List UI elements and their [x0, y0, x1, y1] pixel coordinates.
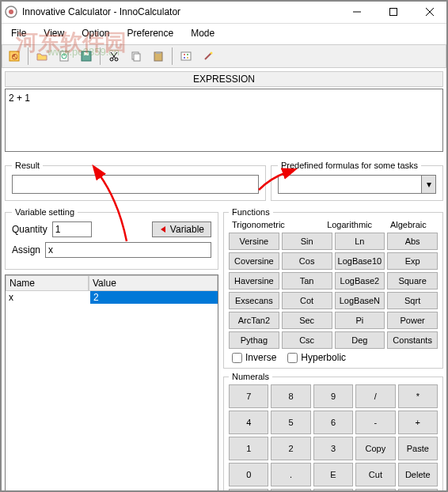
- num-delete[interactable]: Delete: [398, 463, 438, 486]
- num-lparen[interactable]: (: [229, 489, 268, 492]
- fn-cos[interactable]: Cos: [282, 252, 332, 270]
- num-8[interactable]: 8: [271, 384, 310, 408]
- tool-cut-icon[interactable]: [104, 47, 124, 66]
- menu-option[interactable]: Option: [74, 25, 117, 41]
- menu-preference[interactable]: Preference: [120, 25, 182, 41]
- chevron-down-icon[interactable]: ▾: [421, 176, 435, 193]
- fn-logbase10[interactable]: LogBase10: [335, 252, 385, 270]
- num-dot[interactable]: .: [271, 463, 310, 486]
- menu-file[interactable]: File: [3, 25, 34, 41]
- menu-mode[interactable]: Mode: [183, 25, 222, 41]
- fn-sin[interactable]: Sin: [282, 233, 332, 250]
- num-0[interactable]: 0: [229, 463, 268, 486]
- fn-logbasen[interactable]: LogBaseN: [335, 292, 385, 309]
- assign-input[interactable]: [45, 242, 211, 258]
- tool-save-icon[interactable]: [76, 47, 97, 66]
- toolbar: ⎋: [2, 44, 446, 68]
- variables-table: Name Value x 2: [5, 274, 218, 492]
- fn-exsecans[interactable]: Exsecans: [229, 292, 279, 309]
- expression-input[interactable]: 2 + 1: [5, 89, 443, 152]
- num-6[interactable]: 6: [313, 411, 353, 434]
- fn-exp[interactable]: Exp: [387, 252, 438, 270]
- tool-wand-icon[interactable]: [198, 47, 218, 66]
- fn-logbase2[interactable]: LogBase2: [335, 272, 385, 290]
- hyperbolic-checkbox[interactable]: Hyperbolic: [287, 352, 346, 363]
- cell-name[interactable]: x: [6, 291, 90, 304]
- maximize-button[interactable]: [375, 0, 412, 24]
- col-name[interactable]: Name: [6, 275, 89, 291]
- cell-value[interactable]: 2: [90, 291, 218, 304]
- svg-rect-3: [390, 8, 397, 15]
- num-2[interactable]: 2: [271, 437, 310, 460]
- fn-pythag[interactable]: Pythag: [229, 331, 279, 349]
- quantity-label: Quantity: [12, 224, 47, 235]
- col-value[interactable]: Value: [89, 275, 218, 291]
- num-paste[interactable]: Paste: [398, 437, 438, 460]
- fn-ln[interactable]: Ln: [335, 233, 385, 250]
- inverse-checkbox[interactable]: Inverse: [232, 352, 276, 363]
- fn-sqrt[interactable]: Sqrt: [387, 292, 438, 309]
- functions-group: Functions Trigonometric Logarithmic Alge…: [223, 207, 443, 369]
- close-button[interactable]: [412, 0, 448, 24]
- tool-preferences-icon[interactable]: [176, 47, 196, 66]
- num-1[interactable]: 1: [229, 437, 268, 460]
- num-comma[interactable]: ,: [313, 489, 353, 492]
- num-9[interactable]: 9: [313, 384, 353, 408]
- num-5[interactable]: 5: [271, 411, 310, 434]
- fn-tan[interactable]: Tan: [282, 272, 332, 290]
- assign-label: Assign: [12, 244, 40, 255]
- num-3[interactable]: 3: [313, 437, 353, 460]
- fn-arctan2[interactable]: ArcTan2: [229, 312, 279, 329]
- result-label: Result: [12, 161, 43, 170]
- fn-coversine[interactable]: Coversine: [229, 252, 279, 270]
- fn-haversine[interactable]: Haversine: [229, 272, 279, 290]
- result-input[interactable]: [12, 175, 259, 194]
- fn-pi[interactable]: Pi: [335, 312, 385, 329]
- table-row[interactable]: x 2: [6, 291, 218, 304]
- num-divide[interactable]: /: [355, 384, 395, 408]
- svg-rect-20: [156, 51, 161, 54]
- fn-sec[interactable]: Sec: [282, 312, 332, 329]
- variable-setting-label: Variable setting: [12, 207, 78, 217]
- fn-csc[interactable]: Csc: [282, 331, 332, 349]
- svg-point-22: [184, 54, 185, 55]
- fn-power[interactable]: Power: [387, 312, 438, 329]
- minimize-button[interactable]: [339, 0, 375, 24]
- menu-view[interactable]: View: [36, 25, 72, 41]
- window-title: Innovative Calculator - InnoCalculator: [22, 6, 339, 17]
- num-7[interactable]: 7: [229, 384, 268, 408]
- quantity-input[interactable]: [52, 221, 92, 237]
- variable-button[interactable]: Variable: [152, 221, 211, 237]
- tool-copy-icon[interactable]: [126, 47, 146, 66]
- svg-line-26: [205, 53, 211, 59]
- tool-paste-icon[interactable]: [148, 47, 169, 66]
- fn-square[interactable]: Square: [387, 272, 438, 290]
- num-copy[interactable]: Copy: [355, 437, 395, 460]
- fn-constants[interactable]: Constants: [387, 331, 438, 349]
- tool-open-icon[interactable]: [32, 47, 52, 66]
- formulas-combo[interactable]: ▾: [278, 175, 436, 194]
- num-4[interactable]: 4: [229, 411, 268, 434]
- num-multiply[interactable]: *: [398, 384, 438, 408]
- fn-abs[interactable]: Abs: [387, 233, 438, 250]
- num-minus[interactable]: -: [355, 411, 395, 434]
- result-group: Result: [5, 161, 266, 201]
- header-log: Logarithmic: [320, 220, 378, 229]
- numerals-label: Numerals: [229, 372, 272, 381]
- num-cut[interactable]: Cut: [355, 463, 395, 486]
- titlebar: Innovative Calculator - InnoCalculator: [0, 0, 448, 24]
- num-rparen[interactable]: ): [271, 489, 310, 492]
- numerals-group: Numerals 7 8 9 / * 4 5 6 - + 1 2 3 Copy …: [223, 372, 443, 492]
- fn-cot[interactable]: Cot: [282, 292, 332, 309]
- num-plus[interactable]: +: [398, 411, 438, 434]
- num-undo[interactable]: Undo: [355, 489, 395, 492]
- num-e[interactable]: E: [313, 463, 353, 486]
- fn-versine[interactable]: Versine: [229, 233, 279, 250]
- tool-exit-icon[interactable]: ⎋: [4, 47, 25, 66]
- num-compute[interactable]: Compute: [398, 489, 438, 492]
- svg-point-25: [187, 57, 188, 59]
- fn-deg[interactable]: Deg: [335, 331, 385, 349]
- expression-header: EXPRESSION: [5, 71, 443, 87]
- tool-history-icon[interactable]: [54, 47, 74, 66]
- header-trig: Trigonometric: [229, 220, 290, 229]
